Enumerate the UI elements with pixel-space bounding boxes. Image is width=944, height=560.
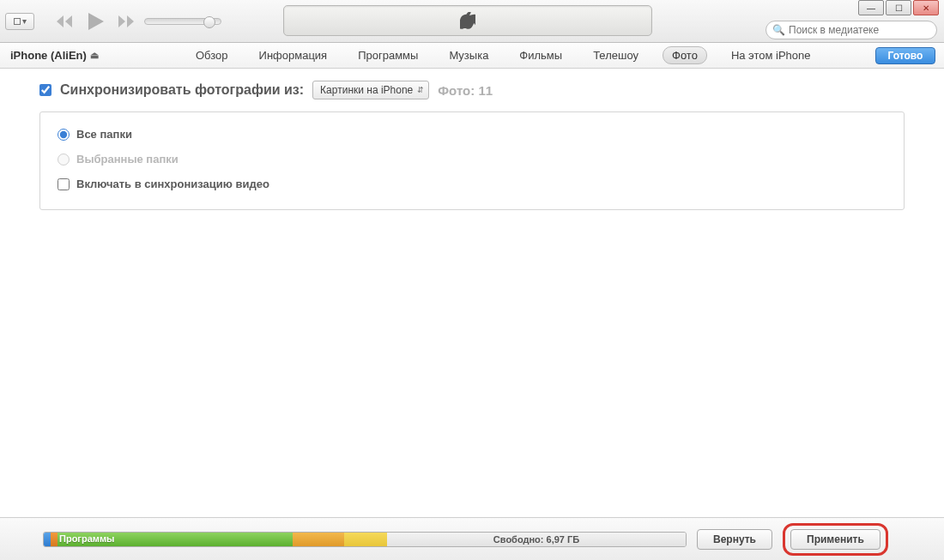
- photo-source-select[interactable]: Картинки на iPhone: [312, 81, 429, 99]
- view-mode-button[interactable]: ▾: [5, 13, 34, 30]
- capacity-seg-audio: [44, 533, 51, 546]
- revert-button[interactable]: Вернуть: [697, 529, 772, 550]
- play-button[interactable]: [84, 9, 108, 33]
- content-area: Синхронизировать фотографии из: Картинки…: [0, 69, 944, 222]
- tab-movies[interactable]: Фильмы: [512, 46, 569, 64]
- include-video-checkbox[interactable]: [57, 178, 70, 190]
- photo-count: Фото: 11: [438, 83, 493, 98]
- include-video-label: Включать в синхронизацию видео: [76, 178, 269, 190]
- photo-count-value: 11: [478, 83, 493, 98]
- window-controls: — ☐ ✕: [856, 0, 939, 15]
- all-folders-label: Все папки: [76, 128, 132, 141]
- apply-button[interactable]: Применить: [790, 529, 880, 550]
- apple-logo-icon: [460, 12, 475, 29]
- done-button[interactable]: Готово: [875, 47, 935, 64]
- tab-music[interactable]: Музыка: [442, 46, 495, 64]
- sync-photos-label: Синхронизировать фотографии из:: [60, 82, 304, 98]
- selected-folders-radio: [57, 154, 70, 166]
- capacity-apps-label: Программы: [59, 533, 114, 544]
- minimize-button[interactable]: —: [858, 0, 884, 15]
- tab-overview[interactable]: Обзор: [189, 46, 235, 64]
- tab-tvshows[interactable]: Телешоу: [586, 46, 645, 64]
- top-toolbar: ▾ — ☐ ✕ 🔍: [0, 0, 944, 43]
- device-name-label: iPhone (AliEn): [10, 49, 87, 62]
- tab-apps[interactable]: Программы: [351, 46, 425, 64]
- capacity-seg-other1: [51, 533, 57, 546]
- sync-header-row: Синхронизировать фотографии из: Картинки…: [39, 81, 905, 99]
- close-button[interactable]: ✕: [913, 0, 939, 15]
- previous-track-button[interactable]: [53, 9, 77, 33]
- bottom-bar: Свободно: 6,97 ГБ Программы Вернуть Прим…: [0, 517, 944, 560]
- device-name[interactable]: iPhone (AliEn) ⏏: [10, 49, 99, 62]
- search-wrap: 🔍: [765, 21, 937, 39]
- maximize-button[interactable]: ☐: [886, 0, 911, 15]
- sync-photos-checkbox[interactable]: [39, 84, 51, 96]
- tab-info[interactable]: Информация: [252, 46, 335, 64]
- tab-photos[interactable]: Фото: [663, 46, 707, 64]
- eject-icon[interactable]: ⏏: [90, 50, 99, 61]
- capacity-bar[interactable]: Свободно: 6,97 ГБ Программы: [43, 532, 687, 547]
- playback-controls: [53, 9, 139, 33]
- photo-count-label: Фото:: [438, 83, 475, 98]
- search-icon: 🔍: [772, 24, 785, 36]
- tabs: Обзор Информация Программы Музыка Фильмы…: [189, 46, 818, 64]
- option-selected-folders: Выбранные папки: [57, 153, 887, 166]
- capacity-seg-free: Свободно: 6,97 ГБ: [387, 533, 686, 546]
- all-folders-radio[interactable]: [57, 129, 70, 141]
- capacity-seg-photos: [293, 533, 344, 546]
- apply-highlight: Применить: [783, 523, 888, 556]
- tab-on-this-iphone[interactable]: На этом iPhone: [724, 46, 818, 64]
- next-track-button[interactable]: [115, 9, 139, 33]
- options-panel: Все папки Выбранные папки Включать в син…: [39, 111, 905, 210]
- option-all-folders[interactable]: Все папки: [57, 128, 887, 141]
- capacity-seg-other2: [344, 533, 387, 546]
- device-tab-bar: iPhone (AliEn) ⏏ Обзор Информация Програ…: [0, 43, 944, 69]
- selected-folders-label: Выбранные папки: [76, 153, 179, 166]
- option-include-video[interactable]: Включать в синхронизацию видео: [57, 178, 887, 190]
- search-input[interactable]: [765, 21, 937, 39]
- photo-source-value: Картинки на iPhone: [320, 84, 413, 96]
- lcd-display: [283, 5, 652, 36]
- volume-slider[interactable]: [144, 18, 221, 25]
